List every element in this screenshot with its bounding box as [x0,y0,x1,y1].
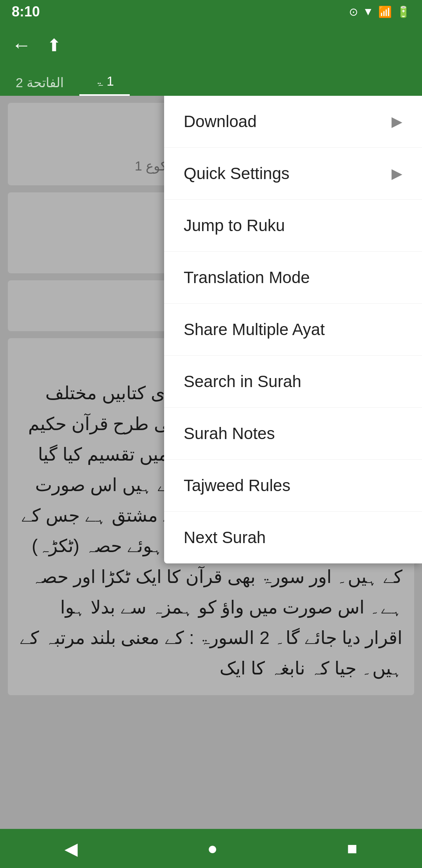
dropdown-menu: Download ▶ Quick Settings ▶ Jump to Ruku… [164,96,422,563]
nav-home-button[interactable]: ● [207,839,218,858]
menu-item-next-surah[interactable]: Next Surah [164,512,422,563]
menu-item-search-label: Search in Surah [184,372,301,391]
main-content: صُنِ الرَّحِيمِ 1 پارہ رکوع 1 سورہ رکوع … [0,96,422,829]
status-time: 8:10 [12,4,40,20]
signal-icon: 📶 [378,5,392,18]
quick-settings-arrow-icon: ▶ [392,165,402,182]
menu-item-search-in-surah[interactable]: Search in Surah [164,356,422,408]
status-bar: 8:10 ⊙ ▼ 📶 🔋 [0,0,422,23]
menu-item-share-multiple-ayat[interactable]: Share Multiple Ayat [164,304,422,356]
menu-item-quick-settings-label: Quick Settings [184,164,290,183]
battery-icon: 🔋 [397,5,410,18]
status-icons: ⊙ ▼ 📶 🔋 [349,5,410,18]
menu-item-jump-to-ruku[interactable]: Jump to Ruku [164,200,422,252]
menu-item-quick-settings[interactable]: Quick Settings ▶ [164,148,422,200]
menu-item-surah-notes[interactable]: Surah Notes [164,408,422,460]
menu-item-jump-label: Jump to Ruku [184,216,285,235]
tab-al-fatiha-2[interactable]: الفاتحة 2 [0,69,79,96]
menu-item-translation-mode-label: Translation Mode [184,268,310,287]
tab-1[interactable]: 1 ۃ [79,68,129,96]
notification-icon: ⊙ [349,5,358,18]
tab-bar: الفاتحة 2 1 ۃ [0,66,422,96]
menu-item-tajweed-rules[interactable]: Tajweed Rules [164,460,422,512]
menu-item-translation-mode[interactable]: Translation Mode [164,252,422,304]
menu-item-next-surah-label: Next Surah [184,528,266,547]
share-button[interactable]: ⬆ [47,35,61,55]
menu-item-download[interactable]: Download ▶ [164,96,422,148]
bottom-nav: ◀ ● ■ [0,829,422,868]
download-arrow-icon: ▶ [392,113,402,130]
menu-item-tajweed-label: Tajweed Rules [184,476,290,495]
nav-back-button[interactable]: ◀ [64,839,78,859]
menu-item-download-label: Download [184,112,257,131]
wifi-icon: ▼ [363,5,374,18]
menu-item-surah-notes-label: Surah Notes [184,424,275,443]
nav-recents-button[interactable]: ■ [347,839,358,858]
app-header: ← ⬆ [0,23,422,66]
back-button[interactable]: ← [12,34,31,56]
menu-item-share-ayat-label: Share Multiple Ayat [184,320,325,339]
